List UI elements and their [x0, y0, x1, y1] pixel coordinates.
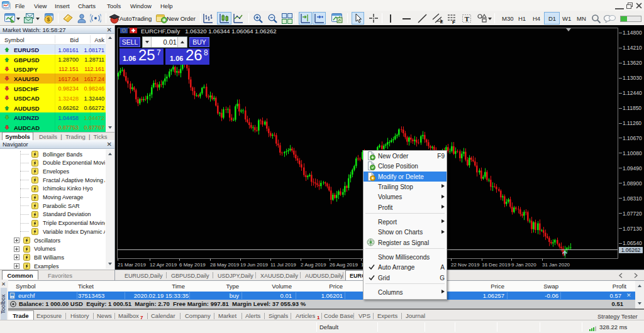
svg-text:F: F [452, 19, 455, 25]
svg-text:$: $ [47, 16, 50, 23]
svg-text:T: T [465, 15, 470, 23]
svg-text:E: E [440, 19, 443, 24]
